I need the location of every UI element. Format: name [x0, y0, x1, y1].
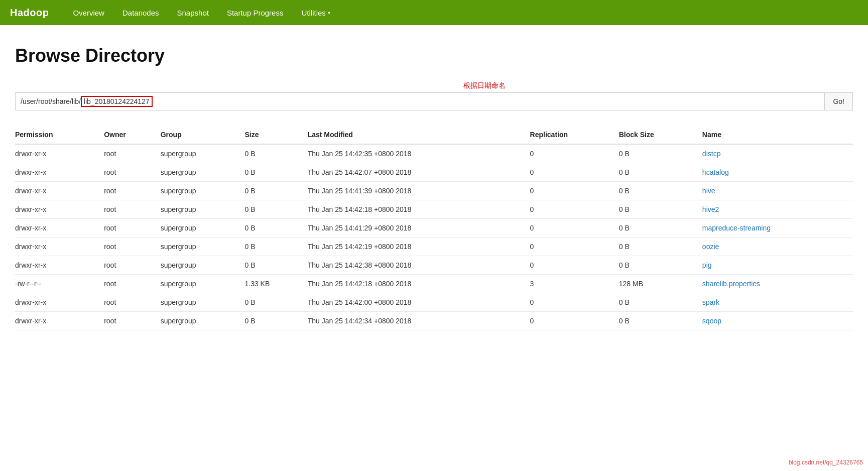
path-input-container[interactable]: /user/root/share/lib/lib_20180124224127: [15, 92, 825, 110]
cell-group: supergroup: [161, 256, 245, 275]
cell-permission: drwxr-xr-x: [15, 144, 104, 163]
cell-size: 0 B: [244, 144, 307, 163]
cell-last-modified: Thu Jan 25 14:42:07 +0800 2018: [308, 163, 530, 182]
directory-link[interactable]: hive: [702, 187, 715, 195]
cell-permission: -rw-r--r--: [15, 275, 104, 293]
cell-last-modified: Thu Jan 25 14:41:39 +0800 2018: [308, 182, 530, 200]
nav-links: Overview Datanodes Snapshot Startup Prog…: [64, 2, 339, 24]
directory-link[interactable]: mapreduce-streaming: [702, 224, 771, 232]
cell-permission: drwxr-xr-x: [15, 238, 104, 256]
annotation-text: 根据日期命名: [115, 81, 853, 90]
cell-block-size: 0 B: [619, 200, 702, 219]
directory-link[interactable]: hive2: [702, 205, 719, 213]
cell-name[interactable]: sharelib.properties: [702, 275, 853, 293]
cell-block-size: 128 MB: [619, 275, 702, 293]
nav-utilities[interactable]: Utilities ▾: [292, 2, 339, 24]
directory-link[interactable]: oozie: [702, 243, 719, 251]
directory-link[interactable]: sqoop: [702, 317, 721, 325]
cell-block-size: 0 B: [619, 238, 702, 256]
table-row: drwxr-xr-xrootsupergroup0 BThu Jan 25 14…: [15, 144, 853, 163]
col-last-modified: Last Modified: [308, 126, 530, 144]
table-row: drwxr-xr-xrootsupergroup0 BThu Jan 25 14…: [15, 200, 853, 219]
cell-group: supergroup: [161, 293, 245, 312]
cell-permission: drwxr-xr-x: [15, 312, 104, 330]
cell-name[interactable]: hcatalog: [702, 163, 853, 182]
cell-size: 0 B: [244, 219, 307, 238]
cell-last-modified: Thu Jan 25 14:42:19 +0800 2018: [308, 238, 530, 256]
cell-owner: root: [104, 256, 161, 275]
cell-permission: drwxr-xr-x: [15, 200, 104, 219]
cell-last-modified: Thu Jan 25 14:42:00 +0800 2018: [308, 293, 530, 312]
cell-size: 0 B: [244, 293, 307, 312]
path-highlighted-segment: lib_20180124224127: [81, 96, 153, 107]
cell-permission: drwxr-xr-x: [15, 256, 104, 275]
cell-name[interactable]: hive2: [702, 200, 853, 219]
navbar: Hadoop Overview Datanodes Snapshot Start…: [0, 0, 868, 25]
col-permission: Permission: [15, 126, 104, 144]
directory-link[interactable]: hcatalog: [702, 168, 729, 176]
cell-permission: drwxr-xr-x: [15, 163, 104, 182]
cell-owner: root: [104, 182, 161, 200]
table-row: drwxr-xr-xrootsupergroup0 BThu Jan 25 14…: [15, 312, 853, 330]
nav-snapshot[interactable]: Snapshot: [168, 2, 218, 24]
directory-link[interactable]: pig: [702, 261, 712, 269]
nav-overview[interactable]: Overview: [64, 2, 113, 24]
cell-replication: 0: [530, 256, 619, 275]
cell-name[interactable]: distcp: [702, 144, 853, 163]
directory-link[interactable]: distcp: [702, 150, 721, 158]
cell-group: supergroup: [161, 312, 245, 330]
brand-logo[interactable]: Hadoop: [10, 7, 49, 19]
cell-block-size: 0 B: [619, 219, 702, 238]
cell-replication: 0: [530, 238, 619, 256]
cell-last-modified: Thu Jan 25 14:42:18 +0800 2018: [308, 275, 530, 293]
chevron-down-icon: ▾: [328, 10, 330, 16]
cell-replication: 0: [530, 312, 619, 330]
cell-name[interactable]: hive: [702, 182, 853, 200]
cell-owner: root: [104, 163, 161, 182]
cell-replication: 0: [530, 163, 619, 182]
cell-last-modified: Thu Jan 25 14:41:29 +0800 2018: [308, 219, 530, 238]
cell-permission: drwxr-xr-x: [15, 219, 104, 238]
cell-name[interactable]: pig: [702, 256, 853, 275]
cell-permission: drwxr-xr-x: [15, 293, 104, 312]
cell-group: supergroup: [161, 144, 245, 163]
cell-group: supergroup: [161, 275, 245, 293]
cell-owner: root: [104, 275, 161, 293]
cell-owner: root: [104, 144, 161, 163]
cell-replication: 3: [530, 275, 619, 293]
table-body: drwxr-xr-xrootsupergroup0 BThu Jan 25 14…: [15, 144, 853, 330]
cell-owner: root: [104, 238, 161, 256]
cell-block-size: 0 B: [619, 163, 702, 182]
nav-datanodes[interactable]: Datanodes: [113, 2, 168, 24]
col-owner: Owner: [104, 126, 161, 144]
table-row: -rw-r--r--rootsupergroup1.33 KBThu Jan 2…: [15, 275, 853, 293]
cell-name[interactable]: spark: [702, 293, 853, 312]
cell-replication: 0: [530, 219, 619, 238]
cell-replication: 0: [530, 293, 619, 312]
cell-block-size: 0 B: [619, 293, 702, 312]
directory-link[interactable]: spark: [702, 298, 719, 306]
cell-last-modified: Thu Jan 25 14:42:38 +0800 2018: [308, 256, 530, 275]
page-title: Browse Directory: [15, 45, 853, 66]
cell-replication: 0: [530, 200, 619, 219]
cell-name[interactable]: mapreduce-streaming: [702, 219, 853, 238]
cell-last-modified: Thu Jan 25 14:42:35 +0800 2018: [308, 144, 530, 163]
cell-block-size: 0 B: [619, 256, 702, 275]
cell-block-size: 0 B: [619, 182, 702, 200]
cell-owner: root: [104, 312, 161, 330]
directory-link[interactable]: sharelib.properties: [702, 280, 760, 288]
cell-group: supergroup: [161, 238, 245, 256]
table-row: drwxr-xr-xrootsupergroup0 BThu Jan 25 14…: [15, 219, 853, 238]
table-row: drwxr-xr-xrootsupergroup0 BThu Jan 25 14…: [15, 293, 853, 312]
cell-last-modified: Thu Jan 25 14:42:18 +0800 2018: [308, 200, 530, 219]
cell-size: 1.33 KB: [244, 275, 307, 293]
go-button[interactable]: Go!: [825, 92, 853, 110]
col-size: Size: [244, 126, 307, 144]
path-bar: /user/root/share/lib/lib_20180124224127 …: [15, 92, 853, 110]
cell-size: 0 B: [244, 182, 307, 200]
cell-name[interactable]: oozie: [702, 238, 853, 256]
path-prefix: /user/root/share/lib/: [21, 97, 81, 105]
nav-startup-progress[interactable]: Startup Progress: [218, 2, 293, 24]
cell-owner: root: [104, 200, 161, 219]
cell-name[interactable]: sqoop: [702, 312, 853, 330]
